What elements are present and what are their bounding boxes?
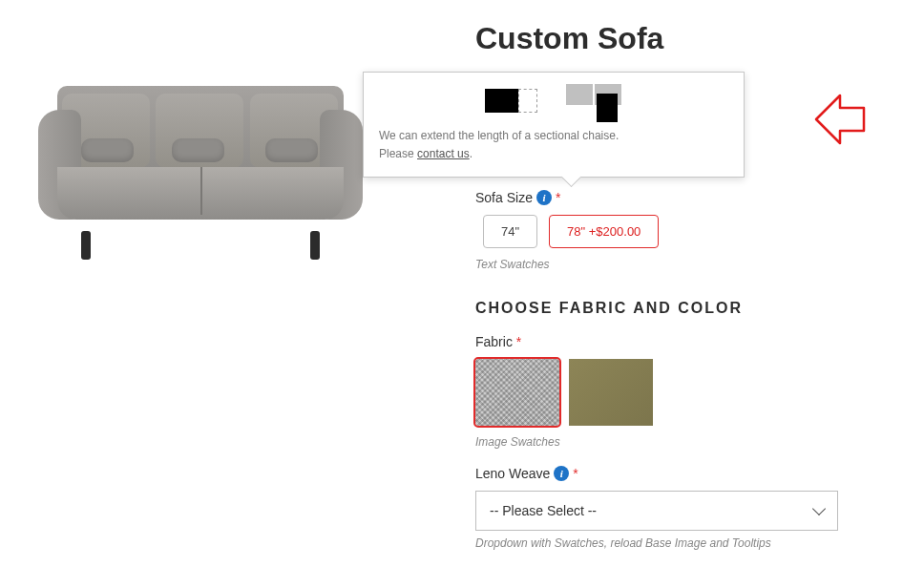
- product-title: Custom Sofa: [475, 21, 867, 56]
- chaise-layout-icon-2[interactable]: [566, 84, 623, 117]
- fabric-label: Fabric *: [475, 334, 867, 349]
- fabric-swatch-grey[interactable]: [475, 359, 559, 426]
- contact-us-link[interactable]: contact us: [417, 147, 470, 160]
- size-helper-text: Text Swatches: [475, 258, 867, 271]
- required-mark: *: [556, 190, 560, 205]
- leno-weave-label: Leno Weave i *: [475, 466, 867, 481]
- chevron-down-icon: [812, 502, 826, 515]
- select-placeholder: -- Please Select --: [490, 503, 597, 518]
- fabric-helper-text: Image Swatches: [475, 435, 867, 449]
- annotation-arrow-icon: [783, 81, 869, 158]
- fabric-swatch-olive[interactable]: [569, 359, 653, 426]
- fabric-section-heading: CHOOSE FABRIC AND COLOR: [475, 300, 867, 317]
- product-image: [29, 86, 372, 258]
- tooltip-text-line1: We can extend the length of a sectional …: [379, 127, 728, 145]
- info-icon[interactable]: i: [536, 190, 552, 205]
- size-option-78[interactable]: 78" +$200.00: [549, 215, 659, 248]
- tooltip-text-line2: Please contact us.: [379, 145, 728, 163]
- size-option-74[interactable]: 74": [483, 215, 537, 248]
- chaise-extension-tooltip: We can extend the length of a sectional …: [363, 72, 745, 178]
- info-icon[interactable]: i: [554, 466, 569, 481]
- leno-weave-select[interactable]: -- Please Select --: [475, 491, 838, 531]
- sofa-size-label: Sofa Size i *: [475, 190, 867, 205]
- chaise-layout-icon-1[interactable]: [485, 84, 542, 117]
- leno-helper-text: Dropdown with Swatches, reload Base Imag…: [475, 536, 867, 550]
